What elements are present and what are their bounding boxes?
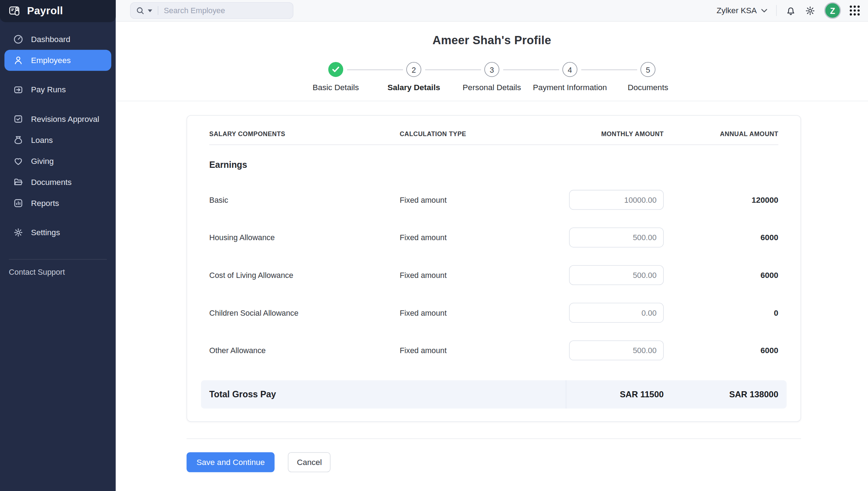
total-monthly-amount: SAR 11500 — [566, 389, 663, 399]
search-divider — [158, 6, 159, 15]
step-number: 3 — [484, 62, 499, 77]
cancel-button[interactable]: Cancel — [288, 452, 331, 472]
save-and-continue-button[interactable]: Save and Continue — [187, 452, 275, 472]
revisions-approval-icon — [13, 114, 23, 124]
sidebar-item-revisions-approval[interactable]: Revisions Approval — [4, 108, 111, 129]
gear-icon — [805, 5, 816, 16]
employees-icon — [13, 55, 23, 65]
sidebar-item-loans[interactable]: Loans — [4, 130, 111, 151]
table-row: Cost of Living Allowance Fixed amount 60… — [209, 256, 778, 294]
sidebar-item-employees[interactable]: Employees — [4, 50, 111, 71]
column-header-salary-components: SALARY COMPONENTS — [209, 131, 399, 138]
table-row: Other Allowance Fixed amount 6000 — [209, 332, 778, 369]
topbar-divider — [776, 5, 777, 16]
annual-amount: 6000 — [664, 233, 779, 242]
sidebar-item-settings[interactable]: Settings — [4, 222, 111, 243]
documents-folder-icon — [13, 177, 23, 187]
page-title: Ameer Shah's Profile — [116, 34, 868, 47]
component-name: Cost of Living Allowance — [209, 271, 399, 280]
salary-components-card: SALARY COMPONENTS CALCULATION TYPE MONTH… — [187, 115, 801, 422]
calculation-type: Fixed amount — [400, 195, 533, 204]
sidebar-item-label: Pay Runs — [31, 85, 66, 94]
column-header-calculation-type: CALCULATION TYPE — [400, 131, 533, 138]
component-name: Basic — [209, 195, 399, 204]
payroll-logo-icon — [8, 4, 21, 17]
sidebar-item-label: Reports — [31, 199, 59, 208]
step-documents[interactable]: 5 Documents — [609, 62, 687, 92]
settings-gear-icon — [13, 228, 23, 238]
topbar-right: Zylker KSA — [717, 2, 868, 19]
step-salary-details[interactable]: 2 Salary Details — [375, 62, 453, 92]
stepper-divider — [116, 101, 868, 102]
total-label: Total Gross Pay — [209, 380, 565, 408]
table-header: SALARY COMPONENTS CALCULATION TYPE MONTH… — [209, 116, 778, 145]
monthly-amount-input[interactable] — [569, 303, 664, 323]
step-number: 4 — [562, 62, 577, 77]
section-title-earnings: Earnings — [209, 145, 778, 170]
giving-heart-icon — [13, 156, 23, 166]
total-annual-amount: SAR 138000 — [664, 389, 779, 399]
form-actions: Save and Continue Cancel — [187, 452, 868, 472]
content: Ameer Shah's Profile Basic Details 2 Sal… — [116, 22, 868, 491]
sidebar-item-label: Settings — [31, 228, 60, 237]
sidebar-item-dashboard[interactable]: Dashboard — [4, 29, 111, 50]
step-personal-details[interactable]: 3 Personal Details — [453, 62, 531, 92]
step-number: 2 — [406, 62, 421, 77]
search-icon — [136, 6, 144, 15]
sidebar-item-label: Loans — [31, 136, 53, 145]
sidebar-item-giving[interactable]: Giving — [4, 151, 111, 172]
step-check-icon — [328, 62, 343, 77]
avatar-letter: Z — [830, 6, 835, 15]
component-name: Children Social Allowance — [209, 308, 399, 317]
sidebar-item-label: Revisions Approval — [31, 115, 99, 124]
chevron-down-icon — [761, 9, 767, 12]
footer-divider — [187, 438, 801, 439]
avatar[interactable]: Z — [824, 2, 841, 19]
settings-button[interactable] — [805, 5, 816, 16]
table-row: Housing Allowance Fixed amount 6000 — [209, 219, 778, 257]
app-logo[interactable]: Payroll — [0, 0, 116, 22]
step-basic-details[interactable]: Basic Details — [297, 62, 375, 92]
sidebar: Payroll Dashboard Employees — [0, 0, 116, 491]
calculation-type: Fixed amount — [400, 233, 533, 242]
total-amounts: SAR 11500 SAR 138000 — [566, 380, 779, 408]
calculation-type: Fixed amount — [400, 271, 533, 280]
sidebar-item-label: Documents — [31, 178, 72, 187]
annual-amount: 6000 — [664, 346, 779, 355]
sidebar-item-documents[interactable]: Documents — [4, 172, 111, 193]
apps-grid-button[interactable] — [850, 6, 860, 16]
step-number: 5 — [640, 62, 655, 77]
app-title: Payroll — [27, 5, 63, 17]
column-header-annual-amount: ANNUAL AMOUNT — [664, 131, 779, 138]
stepper: Basic Details 2 Salary Details 3 Persona… — [116, 62, 868, 92]
search-box[interactable] — [130, 2, 293, 19]
calculation-type: Fixed amount — [400, 308, 533, 317]
sidebar-item-pay-runs[interactable]: Pay Runs — [4, 79, 111, 100]
annual-amount: 120000 — [664, 195, 779, 204]
annual-amount: 6000 — [664, 271, 779, 280]
contact-support-link[interactable]: Contact Support — [9, 267, 116, 276]
org-switcher[interactable]: Zylker KSA — [717, 6, 767, 15]
search-input[interactable] — [164, 6, 287, 15]
pay-runs-icon — [13, 85, 23, 95]
loans-icon — [13, 135, 23, 145]
org-name: Zylker KSA — [717, 6, 757, 15]
sidebar-item-reports[interactable]: Reports — [4, 193, 111, 214]
app-root: Payroll Dashboard Employees — [0, 0, 868, 491]
monthly-amount-input[interactable] — [569, 228, 664, 248]
monthly-amount-input[interactable] — [569, 265, 664, 285]
main-area: Zylker KSA — [116, 0, 868, 491]
monthly-amount-input[interactable] — [569, 190, 664, 210]
sidebar-divider — [9, 259, 107, 260]
monthly-amount-input[interactable] — [569, 340, 664, 360]
table-row: Basic Fixed amount 120000 — [209, 181, 778, 219]
sidebar-item-label: Employees — [31, 56, 71, 65]
annual-amount: 0 — [664, 308, 779, 317]
notifications-button[interactable] — [786, 5, 796, 16]
bell-icon — [786, 5, 796, 16]
search-scope-caret-icon[interactable] — [148, 9, 152, 12]
apps-grid-icon — [850, 6, 860, 16]
component-name: Housing Allowance — [209, 233, 399, 242]
step-payment-information[interactable]: 4 Payment Information — [531, 62, 609, 92]
topbar: Zylker KSA — [116, 0, 868, 22]
